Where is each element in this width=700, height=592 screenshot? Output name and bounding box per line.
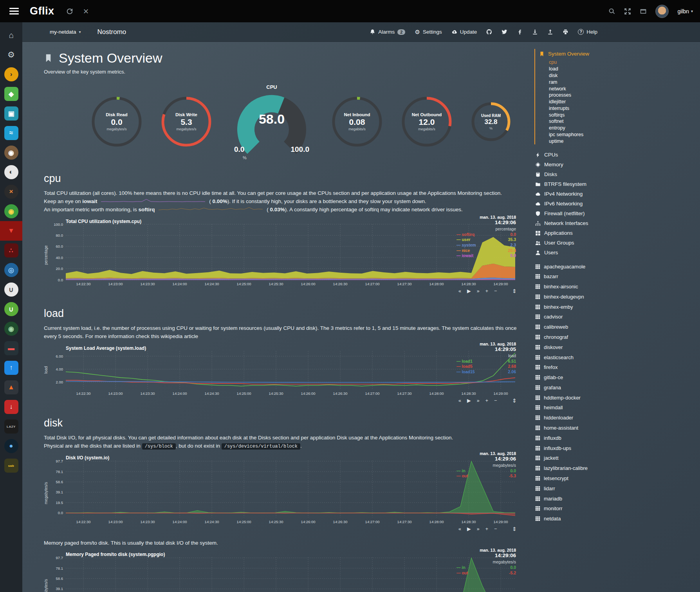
- alarms-button[interactable]: Alarms 2: [370, 29, 405, 35]
- sidebar-app-emby[interactable]: ◆: [0, 84, 22, 104]
- sidebar-app-settings[interactable]: ⚙: [0, 45, 22, 65]
- zoom-in-icon[interactable]: +: [485, 526, 488, 532]
- nav-container-cadvisor[interactable]: cadvisor: [535, 312, 697, 322]
- sidebar-app-krusader[interactable]: ∴: [0, 241, 22, 260]
- legend-dimension-out[interactable]: — out-5.2: [456, 570, 516, 576]
- nav-memory[interactable]: Memory: [535, 160, 697, 169]
- avatar[interactable]: [655, 5, 669, 18]
- play-icon[interactable]: ▶: [467, 398, 471, 403]
- rewind-icon[interactable]: «: [458, 288, 461, 294]
- nav-container-mariadb[interactable]: mariadb: [535, 493, 697, 504]
- nav-uptime[interactable]: uptime: [539, 138, 697, 144]
- nav-container-hddtemp-docker[interactable]: hddtemp-docker: [535, 392, 697, 403]
- refresh-icon[interactable]: [66, 8, 73, 15]
- nav-container-grafana[interactable]: grafana: [535, 383, 697, 393]
- legend-dimension-nice[interactable]: — nice20.4: [456, 248, 516, 254]
- sidebar-app-utorrent[interactable]: ∪: [0, 299, 22, 319]
- sidebar-app-sabnzbd[interactable]: sab: [0, 456, 22, 475]
- sidebar-app-unraid[interactable]: ∪: [0, 280, 22, 299]
- nav-container-hiddenloader[interactable]: hiddenloader: [535, 413, 697, 423]
- sidebar-app-organizr[interactable]: ×: [0, 182, 22, 202]
- nav-ipc-semaphores[interactable]: ipc semaphores: [539, 131, 697, 138]
- nav-network[interactable]: network: [539, 85, 697, 92]
- rewind-icon[interactable]: «: [458, 398, 461, 403]
- nav-load[interactable]: load: [539, 66, 697, 72]
- print-icon[interactable]: [563, 29, 568, 35]
- zoom-out-icon[interactable]: −: [494, 526, 497, 532]
- nav-container-heimdall[interactable]: heimdall: [535, 403, 697, 413]
- nav-container-elasticsearch[interactable]: elasticsearch: [535, 352, 697, 362]
- windows-icon[interactable]: [640, 8, 647, 15]
- download-icon[interactable]: [532, 29, 538, 35]
- sidebar-app-airsonic[interactable]: ≈: [0, 123, 22, 143]
- nav-disk[interactable]: disk: [539, 72, 697, 79]
- nav-cpu[interactable]: cpu: [539, 59, 697, 66]
- close-icon[interactable]: ×: [83, 7, 89, 16]
- help-button[interactable]: ? Help: [578, 29, 597, 35]
- legend-dimension-out[interactable]: — out-5.3: [456, 473, 516, 479]
- nav-softirqs[interactable]: softirqs: [539, 112, 697, 118]
- nav-processes[interactable]: processes: [539, 92, 697, 99]
- nav-container-lazylibrarian-calibre[interactable]: lazylibrarian-calibre: [535, 463, 697, 473]
- legend-dimension-iowait[interactable]: — iowait0.0: [456, 253, 516, 259]
- nav-container-binhex-airsonic[interactable]: binhex-airsonic: [535, 282, 697, 292]
- sidebar-app-home[interactable]: ⌂: [0, 25, 22, 45]
- sidebar-app-gitlab[interactable]: ▲: [0, 378, 22, 397]
- nav-disks[interactable]: Disks: [535, 169, 697, 179]
- sidebar-app-radarr[interactable]: ◐: [0, 162, 22, 182]
- nav-container-letsencrypt[interactable]: letsencrypt: [535, 473, 697, 484]
- server-dropdown[interactable]: my-netdata ▾: [50, 29, 81, 35]
- nav-container-jackett[interactable]: jackett: [535, 453, 697, 463]
- forward-icon[interactable]: »: [477, 526, 480, 532]
- zoom-in-icon[interactable]: +: [485, 288, 488, 294]
- sidebar-app-traffic[interactable]: ▬: [0, 338, 22, 358]
- nav-softnet[interactable]: softnet: [539, 118, 697, 125]
- zoom-out-icon[interactable]: −: [494, 398, 497, 403]
- nav-btrfs-filesystem[interactable]: BTRFS filesystem: [535, 179, 697, 189]
- menu-icon[interactable]: [9, 8, 19, 14]
- legend-dimension-load1[interactable]: — load16.51: [456, 359, 516, 364]
- play-icon[interactable]: ▶: [467, 288, 471, 294]
- legend-dimension-load15[interactable]: — load152.06: [456, 369, 516, 375]
- nav-idlejitter[interactable]: idlejitter: [539, 99, 697, 105]
- nav-entropy[interactable]: entropy: [539, 125, 697, 131]
- sidebar-app-netdata[interactable]: ▼: [0, 221, 22, 241]
- nav-container-binhex-emby[interactable]: binhex-emby: [535, 302, 697, 312]
- twitter-icon[interactable]: [502, 29, 507, 35]
- legend-dimension-system[interactable]: — system2.3: [456, 243, 516, 248]
- sidebar-app-nextcloud[interactable]: ●: [0, 436, 22, 456]
- nav-container-apacheguacamole[interactable]: apacheguacamole: [535, 261, 697, 272]
- resize-icon[interactable]: ⇕: [512, 526, 517, 532]
- sidebar-app-lazylibrarian[interactable]: LAZY: [0, 417, 22, 436]
- chart-plot-area[interactable]: 14:22:3014:23:0014:23:3014:24:0014:24:30…: [44, 347, 518, 397]
- chart-plot-area[interactable]: 14:22:3014:23:0014:23:3014:24:0014:24:30…: [44, 220, 518, 288]
- nav-system-overview[interactable]: System Overview: [539, 49, 697, 59]
- nav-users[interactable]: Users: [535, 248, 697, 257]
- sidebar-app-downloader[interactable]: ↓: [0, 397, 22, 417]
- nav-container-firefox[interactable]: firefox: [535, 362, 697, 372]
- nav-interrupts[interactable]: interrupts: [539, 105, 697, 112]
- github-icon[interactable]: [486, 29, 492, 35]
- nav-container-chronograf[interactable]: chronograf: [535, 332, 697, 342]
- sidebar-app-filebrowser[interactable]: ↑: [0, 358, 22, 378]
- legend-dimension-in[interactable]: — in0.0: [456, 468, 516, 474]
- legend-dimension-load5[interactable]: — load52.68: [456, 364, 516, 369]
- sidebar-app-portainer[interactable]: ▣: [0, 104, 22, 123]
- nav-container-monitorr[interactable]: monitorr: [535, 504, 697, 514]
- nav-applications[interactable]: Applications: [535, 228, 697, 238]
- settings-button[interactable]: ⚙ Settings: [415, 29, 442, 35]
- nav-container-influxdb-ups[interactable]: influxdb-ups: [535, 443, 697, 453]
- sidebar-app-deluge[interactable]: ◎: [0, 260, 22, 280]
- resize-icon[interactable]: ⇕: [512, 398, 517, 404]
- legend-dimension-in[interactable]: — in0.0: [456, 565, 516, 570]
- nav-container-home-assistant[interactable]: home-assistant: [535, 423, 697, 433]
- sidebar-app-tautulli[interactable]: ◉: [0, 202, 22, 221]
- nav-user-groups[interactable]: User Groups: [535, 238, 697, 248]
- forward-icon[interactable]: »: [477, 288, 480, 294]
- chart-plot-area[interactable]: 14:22:3014:23:0014:23:3014:24:0014:24:30…: [44, 553, 518, 592]
- sidebar-app-plex[interactable]: ›: [0, 65, 22, 84]
- nav-ipv6-networking[interactable]: IPv6 Networking: [535, 199, 697, 209]
- nav-container-netdata[interactable]: netdata: [535, 514, 697, 524]
- update-button[interactable]: Update: [451, 29, 477, 35]
- nav-container-influxdb[interactable]: influxdb: [535, 433, 697, 443]
